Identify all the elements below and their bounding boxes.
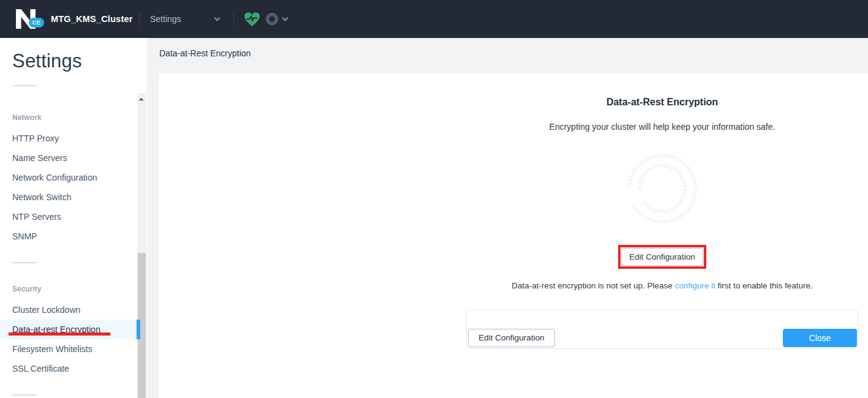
sidebar-item-snmp[interactable]: SNMP (0, 227, 137, 246)
app-window: CE MTG_KMS_Cluster Settings Settings Net… (0, 0, 868, 398)
section-label-security: Security (0, 282, 137, 296)
ce-badge: CE (29, 18, 44, 28)
sidebar-scroll-area: Network HTTP Proxy Name Servers Network … (0, 93, 137, 398)
chevron-up-icon (139, 98, 143, 102)
topbar-separator (233, 12, 234, 27)
section-label-network: Network (0, 110, 137, 125)
cluster-name: MTG_KMS_Cluster (51, 0, 133, 38)
status-text-before: Data-at-rest encryption is not set up. P… (511, 281, 673, 290)
sidebar-title: Settings (12, 50, 82, 72)
sidebar-item-data-at-rest-encryption[interactable]: Data-at-rest Encryption (0, 320, 137, 339)
top-bar: CE MTG_KMS_Cluster Settings (0, 0, 868, 38)
divider (12, 85, 37, 86)
footer-edit-configuration-button[interactable]: Edit Configuration (468, 329, 555, 347)
chevron-down-icon[interactable] (214, 15, 221, 21)
sidebar-item-name-servers[interactable]: Name Servers (0, 148, 137, 168)
svg-text:010110011010111100101001101011: 01011001101011110010100110101101001011 (636, 163, 688, 214)
edit-configuration-button[interactable]: Edit Configuration (621, 248, 703, 266)
sidebar-item-cluster-lockdown[interactable]: Cluster Lockdown (0, 300, 137, 320)
dialog-description: Encrypting your cluster will help keep y… (466, 122, 858, 132)
sidebar-item-http-proxy[interactable]: HTTP Proxy (0, 129, 137, 148)
sidebar-item-ssl-certificate[interactable]: SSL Certificate (0, 359, 137, 378)
scrollbar-up-button[interactable] (137, 93, 146, 103)
settings-sidebar: Settings Network HTTP Proxy Name Servers… (0, 38, 147, 398)
status-text-after: first to enable this feature. (717, 281, 812, 290)
close-button[interactable]: Close (783, 329, 857, 347)
active-item-indicator (137, 320, 140, 339)
data-at-rest-encryption-panel: Data-at-Rest Encryption Encrypting your … (159, 73, 868, 398)
chevron-down-icon[interactable] (282, 15, 289, 21)
topbar-separator (139, 12, 140, 27)
dialog-title: Data-at-Rest Encryption (466, 97, 858, 108)
dialog-footer: Edit Configuration Close (466, 310, 858, 349)
divider (12, 394, 37, 396)
binary-rings-icon: 0101101011011110100010110010101101001011… (625, 152, 699, 225)
user-ring-icon[interactable] (265, 0, 279, 38)
sidebar-item-network-configuration[interactable]: Network Configuration (0, 168, 137, 187)
settings-menu[interactable]: Settings (150, 0, 181, 38)
sidebar-item-ntp-servers[interactable]: NTP Servers (0, 207, 137, 227)
sidebar-item-network-switch[interactable]: Network Switch (0, 187, 137, 207)
configure-it-link[interactable]: configure it (675, 281, 715, 290)
sidebar-item-filesystem-whitelists[interactable]: Filesystem Whitelists (0, 339, 137, 359)
sidebar-scrollbar[interactable] (137, 93, 146, 398)
annotation-red-box: Edit Configuration (618, 245, 706, 269)
health-heart-icon[interactable] (244, 0, 260, 38)
page-title: Data-at-Rest Encryption (159, 48, 251, 58)
status-text: Data-at-rest encryption is not set up. P… (429, 281, 868, 290)
annotation-red-underline (9, 332, 110, 336)
